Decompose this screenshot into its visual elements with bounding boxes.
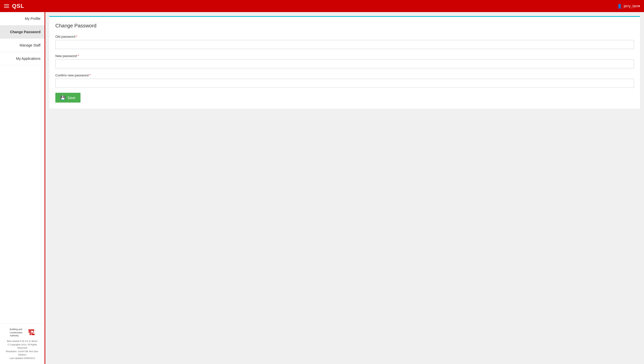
save-label: Save [67,96,75,100]
confirm-password-input[interactable] [55,79,634,88]
new-password-group: New password* [55,54,634,68]
confirm-password-group: Confirm new password* [55,73,634,88]
navbar: QSL 👤 jerry_lam▾ [0,0,644,12]
confirm-password-label: Confirm new password* [55,73,634,77]
sidebar-item-change-password[interactable]: Change Password [0,25,45,39]
user-icon: 👤 [617,4,622,9]
sidebar-footer: Building and ConstructionAuthority 🏗 Bes… [0,323,45,364]
old-password-label: Old password* [55,35,634,38]
user-menu[interactable]: 👤 jerry_lam▾ [617,4,640,9]
menu-toggle-button[interactable] [4,4,9,8]
sidebar-item-my-profile[interactable]: My Profile [0,12,45,25]
sidebar-item-manage-staff[interactable]: Manage Staff [0,39,45,52]
page-title: Change Password [55,23,634,29]
new-password-required: * [77,54,79,58]
old-password-input[interactable] [55,40,634,49]
content-panel: Change Password Old password* New passwo… [49,16,640,109]
footer-text: Best viewed in IE 9.0 or above © Copyrig… [3,340,42,360]
save-button[interactable]: 💾 Save [55,93,80,103]
new-password-input[interactable] [55,59,634,68]
main-content: Change Password Old password* New passwo… [45,12,644,364]
bca-logo-icon: 🏗 [28,329,35,337]
sidebar: My Profile Change Password Manage Staff … [0,12,45,364]
bca-logo: Building and ConstructionAuthority 🏗 [3,328,42,338]
change-password-form: Old password* New password* Confirm new … [55,35,634,103]
confirm-password-required: * [89,73,91,77]
old-password-required: * [76,35,77,38]
save-icon: 💾 [60,95,65,100]
bca-org-name: Building and ConstructionAuthority [10,328,27,337]
sidebar-item-my-applications[interactable]: My Applications [0,52,45,65]
sidebar-nav: My Profile Change Password Manage Staff … [0,12,45,323]
username-label: jerry_lam▾ [624,4,640,8]
new-password-label: New password* [55,54,634,58]
old-password-group: Old password* [55,35,634,49]
brand-logo: QSL [12,3,24,9]
page-layout: My Profile Change Password Manage Staff … [0,12,644,364]
